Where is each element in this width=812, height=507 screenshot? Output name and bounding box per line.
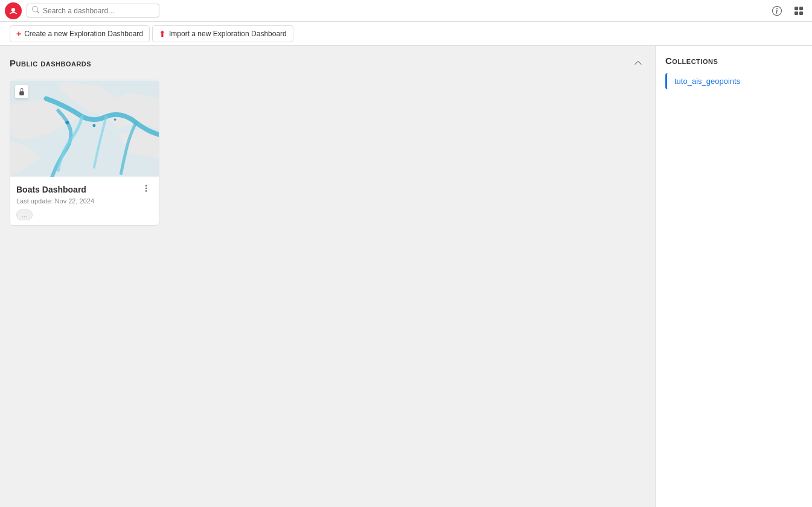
top-nav [0, 0, 812, 22]
public-dashboards-header: Public dashboards [10, 56, 645, 70]
map-visualization [10, 80, 159, 177]
collection-label: tuto_ais_geopoints [674, 77, 740, 86]
svg-point-7 [65, 121, 69, 124]
card-tag[interactable]: ... [16, 209, 33, 220]
card-thumbnail [10, 80, 159, 177]
search-input[interactable] [43, 7, 154, 15]
import-dashboard-button[interactable]: ⬆ Import a new Exploration Dashboard [152, 25, 293, 42]
svg-point-9 [114, 118, 117, 121]
grid-button[interactable] [790, 2, 807, 19]
create-btn-label: Create a new Exploration Dashboard [24, 30, 143, 38]
collapse-button[interactable] [631, 56, 645, 70]
lock-icon-wrap [15, 85, 28, 98]
info-button[interactable] [769, 2, 785, 19]
grid-icon [794, 6, 804, 16]
dashboard-card[interactable]: Boats Dashboard Last update: Nov 22, 202… [10, 80, 159, 226]
ellipsis-icon [142, 184, 150, 193]
app-logo[interactable] [5, 2, 22, 19]
info-icon [772, 6, 782, 16]
main-content: Public dashboards [0, 46, 812, 507]
card-body: Boats Dashboard Last update: Nov 22, 202… [10, 177, 159, 225]
public-dashboards-title: Public dashboards [10, 58, 91, 68]
nav-icons [769, 2, 807, 19]
import-btn-label: Import a new Exploration Dashboard [169, 30, 287, 38]
card-date: Last update: Nov 22, 2024 [16, 197, 153, 205]
dashboards-grid: Boats Dashboard Last update: Nov 22, 202… [10, 80, 645, 226]
left-panel: Public dashboards [0, 46, 655, 507]
svg-point-0 [11, 8, 15, 11]
upload-icon: ⬆ [159, 29, 166, 39]
toolbar: + Create a new Exploration Dashboard ⬆ I… [0, 22, 812, 46]
search-container [27, 4, 159, 18]
card-title-row: Boats Dashboard [16, 183, 153, 196]
chevron-up-icon [634, 59, 642, 67]
card-menu-button[interactable] [139, 183, 153, 196]
plus-icon: + [16, 29, 21, 39]
collection-item[interactable]: tuto_ais_geopoints [665, 73, 802, 89]
search-icon [32, 6, 39, 15]
collections-title: Collections [665, 56, 802, 66]
right-panel: Collections tuto_ais_geopoints [655, 46, 812, 507]
create-dashboard-button[interactable]: + Create a new Exploration Dashboard [10, 25, 150, 42]
svg-point-8 [92, 124, 95, 127]
lock-icon [18, 88, 25, 95]
card-title: Boats Dashboard [16, 185, 86, 194]
